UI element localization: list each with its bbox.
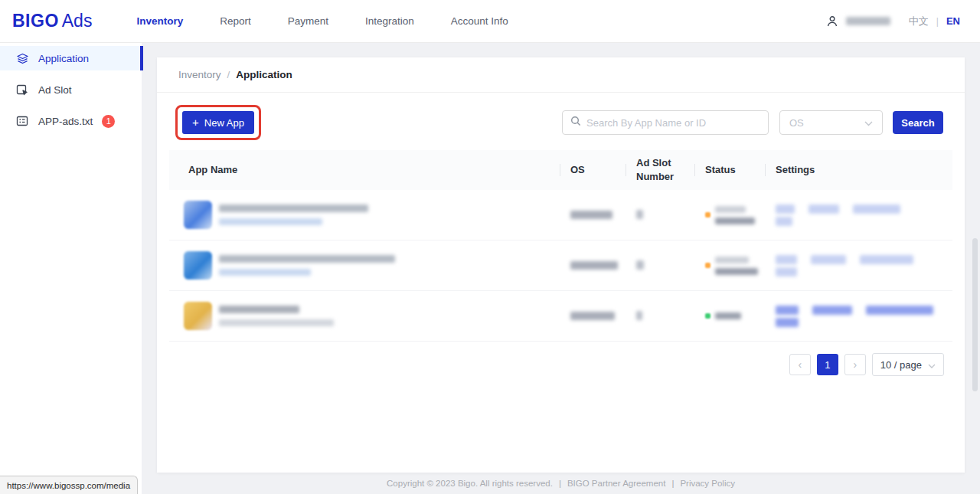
pagination: ‹ 1 › 10 / page xyxy=(157,353,944,376)
next-page-button[interactable]: › xyxy=(844,354,866,375)
col-settings: Settings xyxy=(765,157,952,183)
os-cell xyxy=(560,259,626,273)
table-body xyxy=(169,190,952,342)
plus-icon: + xyxy=(192,116,199,129)
top-header: BIGOAds InventoryReportPaymentIntegratio… xyxy=(0,0,980,43)
settings-link-redacted[interactable] xyxy=(776,306,799,315)
ad-slot-number-cell xyxy=(626,309,694,323)
logo-ads: Ads xyxy=(62,11,93,31)
settings-cell xyxy=(765,303,952,330)
main-area: Inventory / Application + New App xyxy=(142,43,980,494)
nav-item-integration[interactable]: Integration xyxy=(364,11,416,31)
bigo-ads-logo[interactable]: BIGOAds xyxy=(12,11,92,31)
notification-badge: 1 xyxy=(102,115,115,128)
settings-link-redacted[interactable] xyxy=(776,217,792,226)
settings-link-redacted[interactable] xyxy=(776,255,797,264)
ad-slot-number-redacted xyxy=(636,311,642,320)
settings-link-redacted[interactable] xyxy=(812,306,852,315)
settings-link-redacted[interactable] xyxy=(866,306,933,315)
sidebar-item-ad-slot[interactable]: Ad Slot xyxy=(0,77,142,102)
nav-item-report[interactable]: Report xyxy=(218,11,253,31)
user-name-redacted[interactable] xyxy=(846,17,890,25)
search-button[interactable]: Search xyxy=(893,111,943,134)
app-name-redacted xyxy=(219,306,299,313)
settings-link-redacted[interactable] xyxy=(853,204,900,214)
os-redacted xyxy=(570,211,612,219)
current-page-button[interactable]: 1 xyxy=(817,354,838,375)
col-app-name: App Name xyxy=(169,157,560,183)
settings-links-row xyxy=(776,318,952,327)
main-nav: InventoryReportPaymentIntegrationAccount… xyxy=(135,11,509,31)
status-wrap xyxy=(705,257,765,275)
status-cell xyxy=(694,206,765,224)
new-app-button[interactable]: + New App xyxy=(182,111,254,134)
sidebar-item-label: APP-ads.txt xyxy=(38,116,93,127)
status-cell xyxy=(694,312,765,319)
settings-link-redacted[interactable] xyxy=(860,255,913,264)
search-input[interactable] xyxy=(586,117,760,129)
page-size-value: 10 / page xyxy=(880,359,922,371)
status-lines xyxy=(715,312,741,319)
ad-slot-number-cell xyxy=(626,259,694,273)
partner-agreement-link[interactable]: BIGO Partner Agreement xyxy=(567,479,665,488)
app-table: App Name OS Ad Slot Number Status Settin… xyxy=(169,150,952,342)
status-dot xyxy=(705,263,710,268)
sidebar-item-application[interactable]: Application xyxy=(0,46,142,70)
sidebar: ApplicationAd SlotAPP-ads.txt1 xyxy=(0,43,142,494)
lang-switch-en[interactable]: EN xyxy=(946,15,960,27)
app-name-redacted xyxy=(219,204,368,212)
app-text xyxy=(219,255,395,276)
os-select[interactable]: OS xyxy=(779,110,883,135)
nav-item-payment[interactable]: Payment xyxy=(286,11,330,31)
search-box xyxy=(562,110,769,135)
search-icon xyxy=(570,116,581,129)
lang-switch-zh[interactable]: 中文 xyxy=(909,15,929,28)
settings-link-redacted[interactable] xyxy=(808,204,839,214)
prev-page-button[interactable]: ‹ xyxy=(789,354,811,375)
status-text-redacted xyxy=(715,218,755,224)
app-icon-redacted xyxy=(184,201,212,229)
app-text xyxy=(219,204,368,225)
table-row xyxy=(169,291,952,342)
settings-link-redacted[interactable] xyxy=(776,204,795,214)
app-name-cell xyxy=(169,201,560,229)
status-text-redacted xyxy=(715,257,749,263)
status-lines xyxy=(715,257,758,275)
status-text-redacted xyxy=(715,206,746,213)
nav-item-account-info[interactable]: Account Info xyxy=(449,11,510,31)
col-status: Status xyxy=(694,157,765,183)
os-cell xyxy=(560,208,626,222)
app-text xyxy=(219,306,334,326)
privacy-policy-link[interactable]: Privacy Policy xyxy=(680,479,735,488)
breadcrumb-separator: / xyxy=(227,69,230,80)
scrollbar-thumb[interactable] xyxy=(972,238,978,391)
status-url: https://www.bigossp.com/media xyxy=(7,481,130,490)
logo-bigo: BIGO xyxy=(12,11,59,31)
sidebar-item-app-ads-txt[interactable]: APP-ads.txt1 xyxy=(0,109,142,133)
os-cell xyxy=(560,309,626,323)
app-name-redacted xyxy=(219,255,395,263)
sidebar-menu: ApplicationAd SlotAPP-ads.txt1 xyxy=(0,43,142,133)
app-id-redacted xyxy=(219,218,322,225)
status-cell xyxy=(694,257,765,275)
app-id-redacted xyxy=(219,269,311,276)
settings-links-row xyxy=(776,267,952,276)
page-size-select[interactable]: 10 / page xyxy=(872,353,944,376)
nav-item-inventory[interactable]: Inventory xyxy=(135,11,185,31)
footer-divider: | xyxy=(671,479,674,488)
settings-link-redacted[interactable] xyxy=(776,267,797,276)
os-select-value: OS xyxy=(789,117,864,129)
chevron-down-icon xyxy=(864,116,873,129)
status-lines xyxy=(715,206,755,224)
os-redacted xyxy=(570,312,615,320)
layers-icon xyxy=(15,51,29,65)
breadcrumb-inventory[interactable]: Inventory xyxy=(178,69,221,80)
status-wrap xyxy=(705,312,765,319)
browser-status-bar: https://www.bigossp.com/media xyxy=(0,476,138,494)
settings-cell xyxy=(765,252,952,280)
settings-link-redacted[interactable] xyxy=(776,318,799,327)
ad-slot-number-redacted xyxy=(636,210,643,219)
status-text-redacted xyxy=(715,312,741,319)
settings-link-redacted[interactable] xyxy=(811,255,846,264)
content-card: Inventory / Application + New App xyxy=(157,57,965,473)
